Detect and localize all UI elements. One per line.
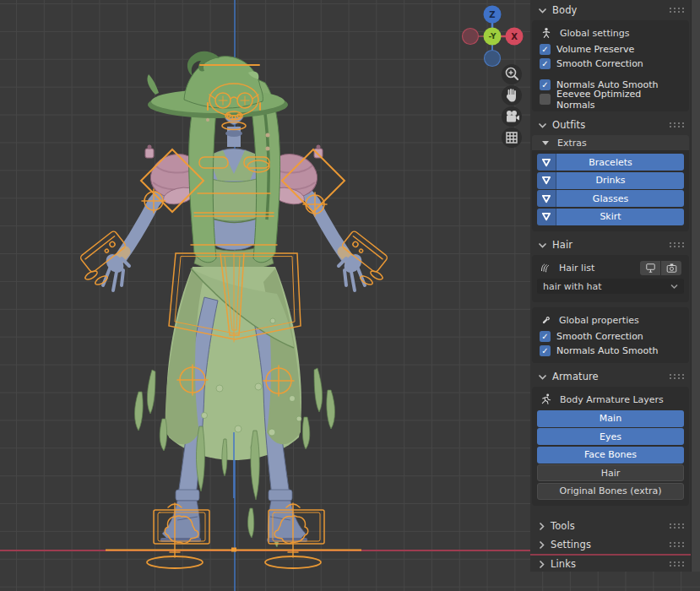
checkbox[interactable]: ✓ (540, 79, 551, 90)
outfit-toggle-segment[interactable] (537, 190, 556, 207)
panel-tools: Tools (532, 518, 689, 534)
blender-window: Z X -Y (0, 0, 700, 591)
hair-strands-icon (540, 262, 552, 274)
panel-title: Settings (551, 539, 664, 550)
armature-layers-label: Body Armature Layers (560, 394, 664, 405)
extras-subpanel-header[interactable]: Extras (532, 135, 689, 150)
global-properties-row: Global properties (532, 311, 689, 329)
hair-list-row: Hair list (532, 258, 689, 277)
view-gizmo[interactable]: Z X -Y (459, 3, 526, 70)
viewport-nav-icons (502, 64, 522, 148)
hair-selected-value: hair with hat (543, 281, 670, 292)
gizmo-z-neg-ball[interactable] (485, 51, 501, 67)
drag-handle-icon[interactable] (669, 373, 684, 380)
x-axis-through-gap (532, 553, 700, 556)
layer-button-main[interactable]: Main (537, 410, 684, 427)
panel-hair: Hair Hair list (532, 236, 689, 363)
triangle-outline-icon (541, 194, 551, 203)
panel-title: Links (551, 558, 664, 570)
hair-select-dropdown[interactable]: hair with hat (537, 279, 684, 294)
chevron-right-icon (538, 522, 545, 531)
global-properties-label: Global properties (559, 315, 639, 326)
render-visibility-icon[interactable] (661, 261, 681, 275)
panel-outfits-header[interactable]: Outfits (532, 117, 689, 133)
checkbox-eevee-optimized-normals[interactable]: ✓ Eeevee Optimized Normals (532, 92, 689, 106)
camera-view-icon[interactable] (502, 106, 522, 127)
chevron-down-icon (670, 284, 678, 290)
drag-handle-icon[interactable] (669, 523, 684, 529)
layer-button-eyes[interactable]: Eyes (537, 428, 684, 445)
panel-outfits: Outfits Extras Bracelets Drinks (532, 117, 689, 231)
checkbox[interactable]: ✓ (540, 94, 551, 105)
panel-settings: Settings (532, 536, 689, 553)
panel-title: Outfits (552, 119, 664, 131)
checkbox-volume-preserve[interactable]: ✓ Volume Preserve (532, 42, 689, 57)
viewport-visibility-icon[interactable] (640, 261, 660, 275)
sidebar-scrollbar[interactable] (691, 0, 700, 572)
outfit-button-bracelets[interactable]: Bracelets (537, 154, 684, 171)
checkbox-hair-smooth-correction[interactable]: ✓ Smooth Correction (532, 329, 689, 344)
outfit-button-skirt[interactable]: Skirt (537, 209, 684, 225)
checkbox-hair-normals-auto-smooth[interactable]: ✓ Normals Auto Smooth (532, 344, 689, 358)
pan-hand-icon[interactable] (502, 85, 522, 106)
n-panel-sidebar: Body Global settings ✓ Volume Preserve ✓ (530, 0, 700, 572)
wrench-icon (540, 314, 552, 327)
gizmo-x-neg-ball[interactable] (463, 29, 479, 45)
chevron-down-icon (538, 373, 547, 381)
zoom-icon[interactable] (502, 64, 522, 84)
outfit-button-glasses[interactable]: Glasses (537, 190, 684, 207)
layer-button-face-bones[interactable]: Face Bones (537, 447, 684, 464)
chevron-down-icon (538, 7, 547, 14)
triangle-down-icon (542, 141, 549, 145)
character-model[interactable] (51, 51, 405, 574)
panel-links-header[interactable]: Links (532, 556, 689, 572)
global-settings-label: Global settings (560, 28, 629, 39)
drag-handle-icon[interactable] (669, 7, 684, 14)
drag-handle-icon[interactable] (669, 241, 684, 248)
gizmo-x-ball[interactable]: X (506, 28, 524, 46)
outfit-toggle-segment[interactable] (537, 172, 556, 189)
panel-outfits-box: Extras Bracelets Drinks Glasses Skirt (532, 135, 689, 231)
panel-title: Armature (552, 371, 664, 382)
chevron-right-icon (538, 560, 545, 569)
chevron-down-icon (538, 241, 547, 249)
drag-handle-icon[interactable] (669, 541, 684, 548)
outfit-toggle-segment[interactable] (537, 154, 556, 171)
panel-armature: Armature Body Armature Layers Main Eyes … (532, 368, 689, 506)
extras-label: Extras (557, 138, 587, 149)
hair-list-label: Hair list (559, 263, 594, 274)
gizmo-y-ball[interactable]: -Y (484, 28, 502, 46)
panel-body-box: Global settings ✓ Volume Preserve ✓ Smoo… (532, 20, 689, 111)
panel-armature-box: Body Armature Layers Main Eyes Face Bone… (532, 387, 689, 506)
outfit-button-drinks[interactable]: Drinks (537, 172, 684, 189)
checkbox-smooth-correction[interactable]: ✓ Smooth Correction (532, 57, 689, 71)
drag-handle-icon[interactable] (669, 561, 684, 567)
panel-armature-header[interactable]: Armature (532, 368, 689, 385)
svg-text:Z: Z (489, 10, 495, 19)
chevron-down-icon (538, 122, 547, 129)
triangle-outline-icon (541, 176, 551, 185)
layer-button-hair[interactable]: Hair (537, 464, 684, 481)
panel-body-header[interactable]: Body (532, 2, 689, 19)
triangle-outline-icon (541, 158, 551, 167)
panel-tools-header[interactable]: Tools (532, 518, 689, 534)
checkbox[interactable]: ✓ (540, 58, 551, 69)
svg-text:-Y: -Y (489, 32, 497, 41)
armature-root-line (106, 548, 361, 552)
hair-list-box: Hair list hair with hat (532, 255, 689, 302)
drag-handle-icon[interactable] (669, 122, 684, 128)
outfit-toggle-segment[interactable] (537, 209, 556, 225)
panel-settings-header[interactable]: Settings (532, 536, 689, 553)
grid-ortho-icon[interactable] (502, 127, 522, 148)
global-settings-row: Global settings (532, 24, 689, 42)
checkbox[interactable]: ✓ (540, 345, 551, 356)
layer-button-original-bones[interactable]: Original Bones (extra) (537, 483, 684, 500)
checkbox[interactable]: ✓ (540, 44, 551, 55)
panel-title: Body (552, 4, 664, 16)
panel-title: Hair (552, 239, 664, 251)
panel-hair-header[interactable]: Hair (532, 236, 689, 253)
checkbox[interactable]: ✓ (540, 331, 551, 342)
panel-title: Tools (551, 520, 664, 532)
panel-links: Links (532, 556, 689, 572)
gizmo-z-ball[interactable]: Z (484, 6, 502, 24)
